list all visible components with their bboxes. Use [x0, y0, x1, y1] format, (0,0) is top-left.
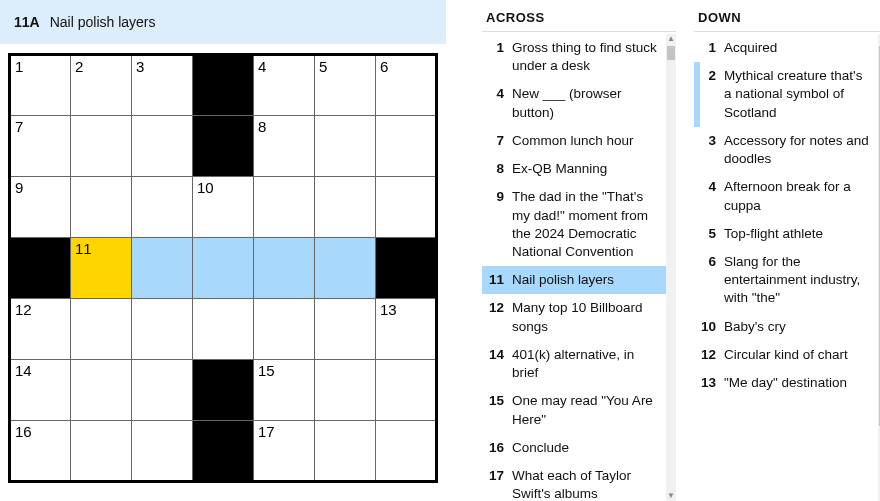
grid-cell[interactable]: 16: [10, 421, 71, 482]
clue-item[interactable]: 6Slang for the entertainment industry, w…: [694, 248, 878, 313]
clue-item[interactable]: 16Conclude: [482, 434, 666, 462]
grid-cell[interactable]: 14: [10, 360, 71, 421]
grid-cell[interactable]: 6: [376, 55, 437, 116]
grid-cell[interactable]: 10: [193, 177, 254, 238]
grid-cell[interactable]: [71, 177, 132, 238]
clue-item[interactable]: 7Common lunch hour: [482, 127, 666, 155]
grid-cell[interactable]: [71, 421, 132, 482]
clue-text: 401(k) alternative, in brief: [512, 346, 660, 382]
down-listwrap: 1Acquired2Mythical creature that's a nat…: [694, 34, 880, 501]
clue-number: 7: [488, 132, 512, 150]
clue-item[interactable]: 17What each of Taylor Swift's albums rep…: [482, 462, 666, 501]
grid-cell[interactable]: [132, 116, 193, 177]
clue-text: Slang for the entertainment industry, wi…: [724, 253, 872, 308]
clue-number: 3: [700, 132, 724, 168]
grid-cell[interactable]: [71, 360, 132, 421]
across-scrollbar[interactable]: ▲ ▼: [666, 34, 676, 501]
grid-cell[interactable]: 12: [10, 299, 71, 360]
grid-cell[interactable]: [254, 177, 315, 238]
crossword-grid[interactable]: 1234567891011121314151617: [8, 53, 438, 483]
grid-cell[interactable]: [315, 238, 376, 299]
clue-item[interactable]: 1Gross thing to find stuck under a desk: [482, 34, 666, 80]
grid-cell[interactable]: [376, 360, 437, 421]
clue-item[interactable]: 13"Me day" destination: [694, 369, 878, 397]
current-clue-text: Nail polish layers: [50, 14, 156, 30]
grid-cell[interactable]: 11: [71, 238, 132, 299]
cell-number: 9: [15, 179, 23, 196]
cell-number: 2: [75, 58, 83, 75]
clue-item[interactable]: 12Circular kind of chart: [694, 341, 878, 369]
grid-cell[interactable]: [315, 299, 376, 360]
clue-number: 1: [700, 39, 724, 57]
scrollbar-thumb[interactable]: [667, 46, 675, 60]
clue-item[interactable]: 1Acquired: [694, 34, 878, 62]
clue-item[interactable]: 4New ___ (browser button): [482, 80, 666, 126]
grid-cell: [193, 360, 254, 421]
grid-cell[interactable]: [132, 177, 193, 238]
clue-text: Mythical creature that's a national symb…: [724, 67, 872, 122]
grid-cell[interactable]: 5: [315, 55, 376, 116]
grid-cell[interactable]: [132, 421, 193, 482]
clue-text: Afternoon break for a cuppa: [724, 178, 872, 214]
grid-cell[interactable]: [376, 421, 437, 482]
cell-number: 11: [75, 240, 92, 257]
grid-cell[interactable]: [71, 116, 132, 177]
grid-cell[interactable]: 7: [10, 116, 71, 177]
cell-number: 7: [15, 118, 23, 135]
grid-cell[interactable]: 8: [254, 116, 315, 177]
clue-item[interactable]: 8Ex-QB Manning: [482, 155, 666, 183]
clue-item[interactable]: 9The dad in the "That's my dad!" moment …: [482, 183, 666, 266]
cell-number: 17: [258, 423, 275, 440]
grid-cell[interactable]: [132, 360, 193, 421]
scroll-down-icon[interactable]: ▼: [666, 491, 676, 501]
grid-cell[interactable]: [193, 299, 254, 360]
clue-item[interactable]: 15One may read "You Are Here": [482, 387, 666, 433]
grid-cell[interactable]: [254, 238, 315, 299]
down-list[interactable]: 1Acquired2Mythical creature that's a nat…: [694, 34, 880, 397]
grid-cell[interactable]: 1: [10, 55, 71, 116]
clue-item[interactable]: 14401(k) alternative, in brief: [482, 341, 666, 387]
grid-cell[interactable]: 9: [10, 177, 71, 238]
clue-number: 17: [488, 467, 512, 501]
grid-cell[interactable]: [132, 238, 193, 299]
grid-cell: [10, 238, 71, 299]
clue-number: 16: [488, 439, 512, 457]
grid-cell[interactable]: [315, 421, 376, 482]
clue-number: 10: [700, 318, 724, 336]
grid-cell[interactable]: [315, 177, 376, 238]
grid-cell[interactable]: 4: [254, 55, 315, 116]
grid-cell[interactable]: 2: [71, 55, 132, 116]
cell-number: 5: [319, 58, 327, 75]
grid-cell[interactable]: 15: [254, 360, 315, 421]
clue-item[interactable]: 10Baby's cry: [694, 313, 878, 341]
clue-number: 4: [488, 85, 512, 121]
grid-cell[interactable]: 13: [376, 299, 437, 360]
across-list[interactable]: 1Gross thing to find stuck under a desk4…: [482, 34, 676, 501]
clue-text: Top-flight athlete: [724, 225, 823, 243]
cell-number: 8: [258, 118, 266, 135]
grid-cell[interactable]: [254, 299, 315, 360]
puzzle-panel: 11A Nail polish layers 12345678910111213…: [0, 0, 446, 501]
grid-cell[interactable]: [132, 299, 193, 360]
grid-cell[interactable]: 17: [254, 421, 315, 482]
clue-item[interactable]: 2Mythical creature that's a national sym…: [694, 62, 878, 127]
cell-number: 3: [136, 58, 144, 75]
grid-cell[interactable]: [71, 299, 132, 360]
clue-item[interactable]: 11Nail polish layers: [482, 266, 666, 294]
grid-cell[interactable]: [376, 116, 437, 177]
grid-cell[interactable]: [315, 116, 376, 177]
clue-text: "Me day" destination: [724, 374, 847, 392]
clue-item[interactable]: 12Many top 10 Billboard songs: [482, 294, 666, 340]
clue-text: New ___ (browser button): [512, 85, 660, 121]
scroll-up-icon[interactable]: ▲: [666, 34, 676, 44]
grid-cell[interactable]: [315, 360, 376, 421]
clue-item[interactable]: 5Top-flight athlete: [694, 220, 878, 248]
down-heading: DOWN: [694, 10, 880, 32]
clue-item[interactable]: 4Afternoon break for a cuppa: [694, 173, 878, 219]
clue-text: One may read "You Are Here": [512, 392, 660, 428]
cell-number: 16: [15, 423, 32, 440]
grid-cell[interactable]: [376, 177, 437, 238]
grid-cell[interactable]: [193, 238, 254, 299]
clue-item[interactable]: 3Accessory for notes and doodles: [694, 127, 878, 173]
grid-cell[interactable]: 3: [132, 55, 193, 116]
